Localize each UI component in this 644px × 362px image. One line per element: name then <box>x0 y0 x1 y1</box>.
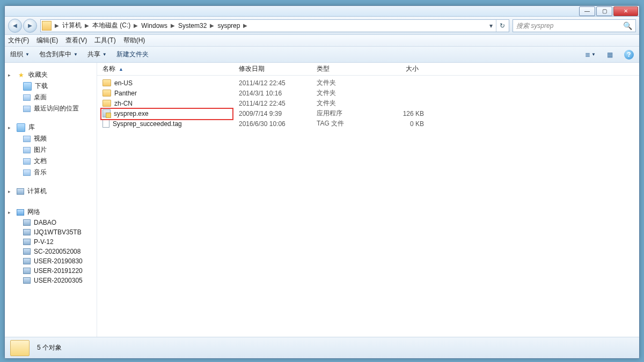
recent-icon <box>23 106 31 112</box>
computer-icon <box>23 219 31 226</box>
sidebar-item-network-node[interactable]: SC-2020052008 <box>5 247 97 256</box>
breadcrumb-sep-icon[interactable]: ▶ <box>133 23 139 28</box>
sidebar-item-downloads[interactable]: 下载 <box>5 80 97 92</box>
file-size: 126 KB <box>376 110 440 117</box>
sidebar-item-network-node[interactable]: IJQ1WTBV35TB <box>5 227 97 237</box>
folder-icon <box>23 82 32 91</box>
menu-edit[interactable]: 编辑(E) <box>36 36 58 45</box>
new-folder-button[interactable]: 新建文件夹 <box>116 50 149 59</box>
folder-icon <box>103 100 111 107</box>
sidebar-item-label: 下载 <box>35 82 48 91</box>
navigation-pane[interactable]: ▸★收藏夹 下载 桌面 最近访问的位置 ▸库 视频 图片 文档 音乐 ▸计算机 … <box>5 63 97 337</box>
sidebar-item-label: 文档 <box>34 157 47 166</box>
sidebar-computer[interactable]: ▸计算机 <box>5 183 97 197</box>
sidebar-item-recent[interactable]: 最近访问的位置 <box>5 103 97 114</box>
file-date: 2011/4/12 22:45 <box>239 100 317 107</box>
file-date: 2009/7/14 9:39 <box>239 110 317 117</box>
breadcrumb-sep-icon[interactable]: ▶ <box>170 23 176 28</box>
status-count: 5 个对象 <box>37 343 62 352</box>
breadcrumb-drive-c[interactable]: 本地磁盘 (C:) <box>90 21 133 30</box>
search-box[interactable]: 🔍 <box>513 19 636 32</box>
disclosure-icon: ▸ <box>8 210 13 215</box>
breadcrumb-sep-icon[interactable]: ▶ <box>209 23 215 28</box>
menu-bar: 文件(F) 编辑(E) 查看(V) 工具(T) 帮助(H) <box>5 35 639 47</box>
preview-pane-button[interactable]: ▦ <box>605 50 614 60</box>
computer-icon <box>23 268 31 274</box>
explorer-window: — ▢ ✕ ◄ ► ▶ 计算机 ▶ 本地磁盘 (C:) ▶ Windows ▶ … <box>4 5 640 359</box>
sidebar-item-label: DABAO <box>34 219 56 226</box>
forward-button[interactable]: ► <box>23 19 37 33</box>
file-row-highlighted[interactable]: sysprep.exe 2009/7/14 9:39 应用程序 126 KB <box>97 108 639 119</box>
sidebar-favorites[interactable]: ▸★收藏夹 <box>5 67 97 80</box>
file-name: Panther <box>114 90 137 97</box>
video-icon <box>23 136 31 142</box>
library-icon <box>17 123 25 132</box>
file-row[interactable]: en-US 2011/4/12 22:45 文件夹 <box>97 78 639 88</box>
sidebar-item-music[interactable]: 音乐 <box>5 167 97 178</box>
menu-tools[interactable]: 工具(T) <box>94 36 115 45</box>
column-header-date[interactable]: 修改日期 <box>233 64 311 73</box>
address-dropdown-icon[interactable]: ▾ <box>486 22 496 29</box>
sidebar-label: 网络 <box>27 208 40 217</box>
file-name: Sysprep_succeeded.tag <box>113 120 182 128</box>
sidebar-item-network-node[interactable]: DABAO <box>5 218 97 227</box>
sidebar-network[interactable]: ▸网络 <box>5 204 97 218</box>
share-button[interactable]: 共享▼ <box>87 50 107 59</box>
sidebar-item-label: USER-20190830 <box>34 257 83 265</box>
sidebar-item-videos[interactable]: 视频 <box>5 133 97 144</box>
maximize-button[interactable]: ▢ <box>596 6 612 16</box>
breadcrumb-sep-icon[interactable]: ▶ <box>54 23 60 28</box>
file-list[interactable]: en-US 2011/4/12 22:45 文件夹 Panther 2014/3… <box>97 76 639 337</box>
menu-view[interactable]: 查看(V) <box>65 36 87 45</box>
minimize-button[interactable]: — <box>579 6 595 16</box>
column-header-size[interactable]: 大小 <box>370 64 435 73</box>
breadcrumb-sep-icon[interactable]: ▶ <box>242 23 248 28</box>
column-header-type[interactable]: 类型 <box>311 64 370 73</box>
sidebar-item-label: 音乐 <box>34 168 47 177</box>
sidebar-libraries[interactable]: ▸库 <box>5 120 97 133</box>
search-input[interactable] <box>516 22 623 29</box>
sidebar-item-network-node[interactable]: USER-20191220 <box>5 266 97 276</box>
sidebar-item-pictures[interactable]: 图片 <box>5 144 97 156</box>
breadcrumb-sysprep[interactable]: sysprep <box>215 22 242 29</box>
include-in-library-button[interactable]: 包含到库中▼ <box>39 50 78 59</box>
sidebar-item-network-node[interactable]: P-V-12 <box>5 237 97 247</box>
search-icon[interactable]: 🔍 <box>623 21 632 30</box>
file-size: 0 KB <box>376 120 440 128</box>
sidebar-item-documents[interactable]: 文档 <box>5 156 97 167</box>
back-button[interactable]: ◄ <box>8 19 22 33</box>
organize-button[interactable]: 组织▼ <box>10 50 30 59</box>
sidebar-item-network-node[interactable]: USER-20200305 <box>5 276 97 285</box>
sidebar-item-label: 桌面 <box>34 93 47 102</box>
close-button[interactable]: ✕ <box>613 6 638 16</box>
file-type: 文件夹 <box>317 99 376 108</box>
sidebar-item-label: USER-20200305 <box>34 277 83 284</box>
file-row[interactable]: Panther 2014/3/1 10:16 文件夹 <box>97 88 639 98</box>
file-name: en-US <box>114 79 133 87</box>
refresh-button[interactable]: ↻ <box>496 20 508 32</box>
help-button[interactable]: ? <box>624 50 634 60</box>
column-header-name[interactable]: 名称▲ <box>97 64 233 73</box>
view-options-button[interactable]: ≣▼ <box>586 50 595 60</box>
sidebar-item-label: SC-2020052008 <box>34 248 80 255</box>
star-icon: ★ <box>17 71 25 79</box>
file-row[interactable]: zh-CN 2011/4/12 22:45 文件夹 <box>97 98 639 108</box>
sidebar-item-network-node[interactable]: USER-20190830 <box>5 256 97 266</box>
menu-help[interactable]: 帮助(H) <box>123 36 145 45</box>
file-type: TAG 文件 <box>317 119 376 128</box>
disclosure-icon: ▸ <box>8 189 13 194</box>
sidebar-item-label: 图片 <box>34 145 47 154</box>
breadcrumb-system32[interactable]: System32 <box>176 22 209 29</box>
breadcrumb-windows[interactable]: Windows <box>139 22 170 29</box>
folder-icon <box>103 90 111 97</box>
address-bar[interactable]: ▶ 计算机 ▶ 本地磁盘 (C:) ▶ Windows ▶ System32 ▶… <box>40 19 509 32</box>
sidebar-item-label: 视频 <box>34 134 47 143</box>
breadcrumb-sep-icon[interactable]: ▶ <box>84 23 90 28</box>
computer-icon <box>23 248 31 255</box>
status-bar: 5 个对象 <box>5 337 639 358</box>
breadcrumb-computer[interactable]: 计算机 <box>60 21 84 30</box>
computer-icon <box>23 277 31 284</box>
menu-file[interactable]: 文件(F) <box>8 36 29 45</box>
file-row[interactable]: Sysprep_succeeded.tag 2016/6/30 10:06 TA… <box>97 119 639 129</box>
sidebar-item-desktop[interactable]: 桌面 <box>5 92 97 103</box>
